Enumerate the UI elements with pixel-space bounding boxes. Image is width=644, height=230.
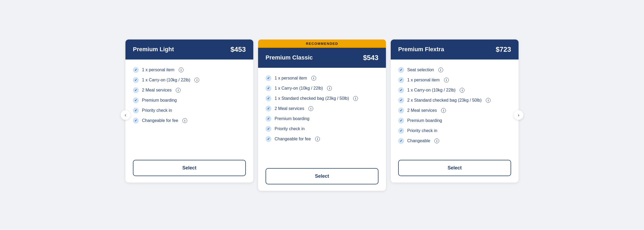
card-footer-premium-classic: Select	[258, 164, 386, 191]
card-body-premium-flextra: Seat selectioni1 x personal itemi1 x Car…	[391, 60, 519, 156]
feature-item: Seat selectioni	[398, 67, 511, 73]
check-icon	[133, 118, 139, 124]
check-icon	[133, 108, 139, 113]
feature-text: 1 x Carry-on (10kg / 22lb)	[275, 86, 323, 91]
check-icon	[133, 87, 139, 93]
feature-text: Changeable	[407, 138, 430, 143]
info-icon[interactable]: i	[176, 88, 181, 93]
feature-item: 2 Meal servicesi	[398, 108, 511, 113]
feature-item: Changeable for feei	[266, 136, 378, 142]
feature-text: 2 x Standard checked bag (23kg / 50lb)	[407, 98, 482, 103]
info-icon[interactable]: i	[308, 106, 313, 111]
check-icon	[266, 116, 271, 122]
feature-item: Priority check in	[266, 126, 378, 132]
card-body-premium-light: 1 x personal itemi1 x Carry-on (10kg / 2…	[125, 60, 253, 156]
feature-item: 1 x personal itemi	[398, 77, 511, 83]
info-icon[interactable]: i	[438, 68, 443, 72]
card-title-premium-classic: Premium Classic	[266, 54, 313, 61]
info-icon[interactable]: i	[182, 118, 187, 123]
check-icon	[398, 77, 404, 83]
feature-text: Priority check in	[142, 108, 172, 113]
feature-text: Premium boarding	[275, 116, 309, 121]
check-icon	[266, 106, 271, 112]
card-title-premium-light: Premium Light	[133, 46, 174, 53]
feature-text: 1 x Carry-on (10kg / 22lb)	[407, 88, 455, 93]
info-icon[interactable]: i	[460, 88, 464, 93]
check-icon	[398, 118, 404, 124]
feature-item: Premium boarding	[398, 118, 511, 124]
check-icon	[133, 67, 139, 73]
check-icon	[266, 136, 271, 142]
card-premium-light: Premium Light$4531 x personal itemi1 x C…	[125, 39, 253, 183]
feature-text: Premium boarding	[142, 98, 177, 103]
info-icon[interactable]: i	[434, 138, 439, 143]
feature-item: Priority check in	[133, 108, 246, 113]
card-premium-flextra: Premium Flextra$723Seat selectioni1 x pe…	[391, 39, 519, 183]
info-icon[interactable]: i	[315, 137, 320, 141]
feature-text: Priority check in	[407, 128, 437, 133]
check-icon	[398, 128, 404, 134]
info-icon[interactable]: i	[486, 98, 491, 103]
feature-text: Priority check in	[275, 126, 305, 131]
info-icon[interactable]: i	[194, 78, 199, 82]
info-icon[interactable]: i	[444, 78, 449, 82]
feature-text: 1 x personal item	[275, 76, 307, 81]
feature-item: 1 x personal itemi	[133, 67, 246, 73]
feature-item: 1 x Carry-on (10kg / 22lb)i	[266, 85, 378, 91]
card-header-premium-classic: Premium Classic$543	[258, 48, 386, 68]
card-footer-premium-light: Select	[125, 156, 253, 183]
nav-arrow-left[interactable]: ‹	[121, 110, 130, 120]
feature-item: Changeable for feei	[133, 118, 246, 124]
check-icon	[398, 108, 404, 113]
feature-text: 1 x Carry-on (10kg / 22lb)	[142, 78, 190, 82]
info-icon[interactable]: i	[179, 68, 184, 72]
feature-text: 2 Meal services	[275, 106, 304, 111]
check-icon	[266, 75, 271, 81]
info-icon[interactable]: i	[311, 76, 316, 81]
cards-container: Premium Light$4531 x personal itemi1 x C…	[125, 39, 519, 191]
feature-item: Changeablei	[398, 138, 511, 144]
feature-item: 2 Meal servicesi	[266, 106, 378, 112]
feature-text: 1 x Standard checked bag (23kg / 50lb)	[275, 96, 349, 101]
feature-text: Seat selection	[407, 68, 434, 72]
feature-text: 2 Meal services	[407, 108, 437, 113]
card-title-premium-flextra: Premium Flextra	[398, 46, 444, 53]
recommended-badge: RECOMMENDED	[258, 39, 386, 48]
info-icon[interactable]: i	[441, 108, 446, 113]
feature-item: 1 x Standard checked bag (23kg / 50lb)i	[266, 96, 378, 101]
feature-item: Premium boarding	[133, 97, 246, 103]
feature-item: Premium boarding	[266, 116, 378, 122]
info-icon[interactable]: i	[327, 86, 332, 91]
check-icon	[133, 77, 139, 83]
feature-item: Priority check in	[398, 128, 511, 134]
select-button-premium-light[interactable]: Select	[133, 160, 246, 176]
feature-text: 2 Meal services	[142, 88, 172, 93]
card-price-premium-classic: $543	[363, 54, 378, 62]
feature-text: Premium boarding	[407, 118, 442, 123]
check-icon	[398, 67, 404, 73]
check-icon	[266, 96, 271, 101]
check-icon	[398, 87, 404, 93]
card-premium-classic: RECOMMENDEDPremium Classic$5431 x person…	[258, 39, 386, 191]
feature-text: 1 x personal item	[407, 78, 440, 82]
feature-text: Changeable for fee	[142, 118, 178, 123]
select-button-premium-flextra[interactable]: Select	[398, 160, 511, 176]
card-price-premium-flextra: $723	[496, 45, 511, 54]
feature-item: 1 x Carry-on (10kg / 22lb)i	[398, 87, 511, 93]
check-icon	[266, 85, 271, 91]
card-header-premium-flextra: Premium Flextra$723	[391, 39, 519, 60]
card-body-premium-classic: 1 x personal itemi1 x Carry-on (10kg / 2…	[258, 68, 386, 164]
feature-item: 2 x Standard checked bag (23kg / 50lb)i	[398, 97, 511, 103]
card-header-premium-light: Premium Light$453	[125, 39, 253, 60]
card-footer-premium-flextra: Select	[391, 156, 519, 183]
select-button-premium-classic[interactable]: Select	[266, 168, 378, 184]
feature-item: 2 Meal servicesi	[133, 87, 246, 93]
card-price-premium-light: $453	[230, 45, 246, 54]
feature-item: 1 x personal itemi	[266, 75, 378, 81]
info-icon[interactable]: i	[353, 96, 358, 101]
nav-arrow-right[interactable]: ›	[514, 110, 523, 120]
feature-item: 1 x Carry-on (10kg / 22lb)i	[133, 77, 246, 83]
check-icon	[133, 97, 139, 103]
check-icon	[398, 138, 404, 144]
feature-text: 1 x personal item	[142, 68, 174, 72]
